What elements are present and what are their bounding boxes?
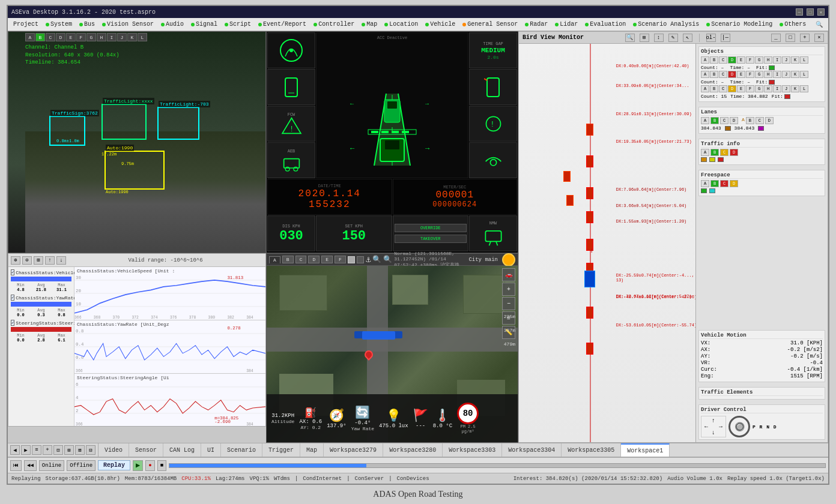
chart-btn-up[interactable]: ↑	[45, 256, 55, 265]
menu-bus[interactable]: Bus	[76, 20, 98, 29]
menu-scenario-modeling[interactable]: Scenario Modeling	[703, 20, 775, 29]
tab-ctrl-menu[interactable]: ≡	[32, 445, 41, 455]
pb-btn-stop[interactable]: ■	[157, 460, 166, 471]
status-wtdms[interactable]: WTdms	[274, 476, 290, 482]
ch-tab-e[interactable]: E	[66, 33, 76, 41]
bird-tool-ol[interactable]: ol-	[706, 34, 716, 42]
tab-scenario[interactable]: Scenario	[221, 443, 262, 457]
chart-btn-zoom-fit[interactable]: ⊞	[34, 256, 43, 265]
tab-ws3304[interactable]: Workspace3304	[502, 443, 562, 457]
tab-video[interactable]: Video	[98, 443, 129, 457]
map-ctrl-minus[interactable]: −	[502, 297, 515, 310]
status-condinternet[interactable]: CondInternet	[303, 476, 342, 482]
tab-ctrl-add[interactable]: +	[43, 445, 52, 455]
legend-check-speed[interactable]: ✓	[11, 269, 14, 275]
legend-check-yaw[interactable]: ✓	[11, 295, 14, 301]
tab-ws3279[interactable]: Workspace3279	[324, 443, 383, 457]
ch-tab-b[interactable]: B	[35, 33, 45, 41]
ch-tab-f[interactable]: F	[76, 33, 86, 41]
status-conserver[interactable]: ConServer	[355, 476, 384, 482]
tab-map[interactable]: Map	[300, 443, 324, 457]
tab-ws3303[interactable]: Workspace3303	[443, 443, 502, 457]
map-tab-f[interactable]: F	[335, 256, 346, 263]
chart-btn-zoom-in[interactable]: ⊕	[11, 256, 20, 265]
menu-evaluation[interactable]: Evaluation	[582, 20, 629, 29]
map-ctrl-car[interactable]: 🚗	[502, 268, 515, 281]
map-zoom-out-btn[interactable]: 🔍	[383, 255, 392, 264]
chart-btn-zoom-out[interactable]: ⊖	[22, 256, 32, 265]
tab-ws3280[interactable]: Workspace3280	[383, 443, 443, 457]
map-zoom-in-btn[interactable]: 🔍	[372, 255, 381, 264]
tab-ws3305[interactable]: Workspace3305	[562, 443, 621, 457]
pb-btn-record[interactable]: ●	[145, 460, 154, 471]
tab-ctrl-7[interactable]: ⊠	[75, 445, 85, 455]
tab-sensor[interactable]: Sensor	[129, 443, 163, 457]
bird-btn-x[interactable]: ×	[814, 34, 824, 42]
menu-signal[interactable]: Signal	[188, 20, 220, 29]
ch-tab-i[interactable]: I	[107, 33, 117, 41]
maximize-button[interactable]: □	[807, 8, 814, 16]
search-button[interactable]: 🔍	[813, 20, 826, 29]
menu-audio[interactable]: Audio	[158, 20, 187, 29]
takeover-btn[interactable]: TAKEOVER	[395, 235, 467, 243]
ch-tab-k[interactable]: K	[127, 33, 137, 41]
pb-btn-offline[interactable]: Offline	[67, 460, 95, 471]
menu-others[interactable]: Others	[777, 20, 809, 29]
close-button[interactable]: ✕	[817, 8, 825, 16]
ch-tab-d[interactable]: D	[56, 33, 65, 41]
bird-tool-2[interactable]: ⊞	[640, 34, 649, 42]
ch-tab-l[interactable]: L	[138, 33, 147, 41]
tab-ctrl-5[interactable]: ⊡	[53, 445, 63, 455]
tab-ctrl-forward[interactable]: ▶	[21, 445, 31, 455]
tab-canlog[interactable]: CAN Log	[163, 443, 201, 457]
bird-tool-1[interactable]: 🔍	[625, 34, 635, 42]
ch-tab-a[interactable]: A	[25, 33, 35, 41]
bird-btn-close[interactable]: +	[800, 34, 810, 42]
map-anchor-icon[interactable]: ⚓	[366, 254, 371, 265]
pb-btn-online[interactable]: Online	[39, 460, 64, 471]
ch-tab-c[interactable]: C	[46, 33, 55, 41]
replay-button[interactable]: Replay	[98, 460, 130, 470]
menu-general-sensor[interactable]: General Sensor	[459, 20, 521, 29]
ch-tab-j[interactable]: J	[117, 33, 127, 41]
bird-tool-cursor[interactable]: ↖	[683, 34, 692, 42]
ch-tab-g[interactable]: G	[86, 33, 96, 41]
bird-tool-pipe[interactable]: |—	[721, 34, 730, 42]
override-btn[interactable]: OVERRIDE	[395, 224, 467, 232]
tab-ctrl-back[interactable]: ◀	[10, 445, 20, 455]
bird-tool-edit[interactable]: ✎	[668, 34, 678, 42]
map-view[interactable]: 🚗 + − ≡ 📏 225m 387m 479m 31.2KPH	[267, 266, 518, 442]
playback-timeline[interactable]	[169, 463, 826, 468]
map-tab-c[interactable]: C	[295, 256, 307, 263]
menu-controller[interactable]: Controller	[310, 20, 357, 29]
menu-system[interactable]: System	[43, 20, 75, 29]
map-tab-icon2[interactable]	[357, 256, 364, 263]
menu-radar[interactable]: Radar	[522, 20, 551, 29]
tab-ui[interactable]: UI	[201, 443, 221, 457]
menu-event-report[interactable]: Event/Report	[255, 20, 309, 29]
map-tab-b[interactable]: B	[282, 256, 294, 263]
menu-map[interactable]: Map	[359, 20, 380, 29]
menu-lidar[interactable]: Lidar	[552, 20, 581, 29]
map-tab-icon1[interactable]	[348, 256, 355, 263]
menu-scenario-analysis[interactable]: Scenario Analysis	[630, 20, 702, 29]
pb-btn-step-back[interactable]: ◀◀	[24, 460, 37, 471]
menu-project[interactable]: Project	[10, 20, 41, 29]
bird-btn-max[interactable]: □	[786, 34, 795, 42]
map-tab-d[interactable]: D	[308, 256, 320, 263]
menu-location[interactable]: Location	[381, 20, 421, 29]
bird-btn-min[interactable]: _	[771, 34, 781, 42]
chart-btn-down[interactable]: ↓	[56, 256, 66, 265]
menu-script[interactable]: Script	[222, 20, 254, 29]
minimize-button[interactable]: ─	[796, 8, 803, 16]
map-ctrl-plus[interactable]: +	[502, 283, 515, 296]
tab-ctrl-6[interactable]: ⊞	[64, 445, 74, 455]
map-tab-a[interactable]: A	[269, 256, 280, 263]
menu-vehicle[interactable]: Vehicle	[422, 20, 458, 29]
pb-btn-play[interactable]: ▶	[133, 460, 143, 471]
legend-check-steering[interactable]: ✓	[11, 320, 14, 326]
status-condevices[interactable]: ConDevices	[397, 476, 429, 482]
menu-vision-sensor[interactable]: Vision Sensor	[99, 20, 157, 29]
tab-ctrl-8[interactable]: ⊟	[86, 445, 95, 455]
tab-trigger[interactable]: Trigger	[262, 443, 300, 457]
